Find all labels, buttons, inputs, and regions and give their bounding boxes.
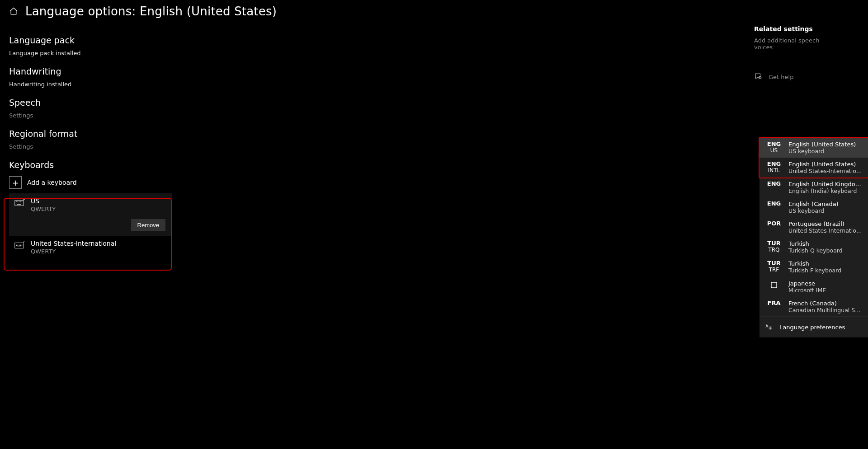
regional-settings-link[interactable]: Settings — [9, 143, 298, 150]
section-regional-heading: Regional format — [9, 129, 298, 139]
ime-tag: ENGUS — [765, 141, 783, 154]
ime-keyboard-label: Turkish F keyboard — [788, 267, 863, 274]
ime-tag: FRA — [765, 300, 783, 307]
input-switcher-item[interactable]: ENGEnglish (Canada)US keyboard — [760, 197, 868, 217]
language-preferences-link[interactable]: A字Language preferences — [760, 317, 868, 337]
ime-keyboard-label: US keyboard — [788, 148, 863, 154]
keyboard-layout: QWERTY — [31, 206, 56, 212]
ime-keyboard-label: Canadian Multilingual Stand… — [788, 307, 863, 313]
ime-keyboard-label: United States-International k… — [788, 227, 863, 234]
section-language-pack-heading: Language pack — [9, 35, 298, 45]
ime-language-label: English (United States) — [788, 161, 863, 168]
ime-language-label: Portuguese (Brazil) — [788, 220, 863, 227]
svg-text:A: A — [766, 324, 769, 328]
keyboard-name: US — [31, 198, 56, 205]
ime-language-label: Turkish — [788, 240, 863, 247]
ime-tag: ENG — [765, 201, 783, 207]
ime-language-label: French (Canada) — [788, 300, 863, 307]
input-switcher-item[interactable]: ENGINTLEnglish (United States)United Sta… — [760, 158, 868, 178]
add-speech-voices-link[interactable]: Add additional speech voices — [754, 37, 835, 51]
keyboard-name: United States-International — [31, 240, 116, 247]
page-title: Language options: English (United States… — [25, 5, 277, 18]
language-prefs-icon: A字 — [765, 323, 773, 332]
ime-japanese-icon — [765, 280, 783, 289]
ime-language-label: English (Canada) — [788, 201, 863, 207]
svg-text:字: 字 — [769, 326, 772, 330]
get-help-label: Get help — [769, 74, 793, 80]
ime-language-label: Japanese — [788, 280, 863, 287]
keyboard-layout: QWERTY — [31, 248, 116, 255]
keyboard-item[interactable]: United States-InternationalQWERTY — [9, 236, 172, 259]
input-switcher-item[interactable]: PORPortuguese (Brazil)United States-Inte… — [760, 217, 868, 237]
ime-tag: TURTRF — [765, 260, 783, 273]
input-switcher-panel: ENGUSEnglish (United States)US keyboardE… — [760, 138, 868, 337]
ime-tag: TURTRQ — [765, 240, 783, 253]
section-handwriting-heading: Handwriting — [9, 66, 298, 76]
input-switcher-item[interactable]: JapaneseMicrosoft IME — [760, 277, 868, 297]
language-preferences-label: Language preferences — [779, 324, 845, 331]
input-switcher-item[interactable]: TURTRQTurkishTurkish Q keyboard — [760, 237, 868, 257]
help-icon — [754, 72, 762, 82]
section-handwriting-status: Handwriting installed — [9, 81, 298, 88]
section-speech-heading: Speech — [9, 98, 298, 108]
input-switcher-item[interactable]: TURTRFTurkishTurkish F keyboard — [760, 257, 868, 277]
ime-keyboard-label: English (India) keyboard — [788, 187, 863, 194]
ime-tag: ENG — [765, 181, 783, 187]
add-keyboard-button[interactable]: + Add a keyboard — [9, 176, 298, 189]
ime-tag: POR — [765, 220, 783, 227]
svg-rect-25 — [771, 282, 777, 288]
input-switcher-item[interactable]: FRAFrench (Canada)Canadian Multilingual … — [760, 297, 868, 317]
ime-language-label: English (United States) — [788, 141, 863, 148]
related-settings-heading: Related settings — [754, 25, 835, 33]
add-keyboard-label: Add a keyboard — [27, 179, 77, 186]
section-language-pack-status: Language pack installed — [9, 50, 298, 56]
speech-settings-link[interactable]: Settings — [9, 112, 298, 119]
ime-keyboard-label: US keyboard — [788, 207, 863, 214]
ime-keyboard-label: United States-International k… — [788, 168, 863, 174]
home-icon[interactable] — [9, 7, 18, 16]
keyboard-icon — [14, 240, 25, 251]
ime-tag: ENGINTL — [765, 161, 783, 174]
section-keyboards-heading: Keyboards — [9, 160, 298, 170]
keyboard-icon — [14, 198, 25, 209]
remove-keyboard-button[interactable]: Remove — [131, 219, 165, 231]
ime-keyboard-label: Turkish Q keyboard — [788, 247, 863, 254]
ime-language-label: English (United Kingdom) — [788, 181, 863, 187]
input-switcher-item[interactable]: ENGEnglish (United Kingdom)English (Indi… — [760, 178, 868, 197]
ime-language-label: Turkish — [788, 260, 863, 267]
get-help-link[interactable]: Get help — [754, 72, 835, 82]
ime-keyboard-label: Microsoft IME — [788, 287, 863, 294]
input-switcher-item[interactable]: ENGUSEnglish (United States)US keyboard — [760, 138, 868, 158]
plus-icon: + — [9, 176, 22, 189]
keyboard-item[interactable]: USQWERTYRemove — [9, 193, 172, 236]
